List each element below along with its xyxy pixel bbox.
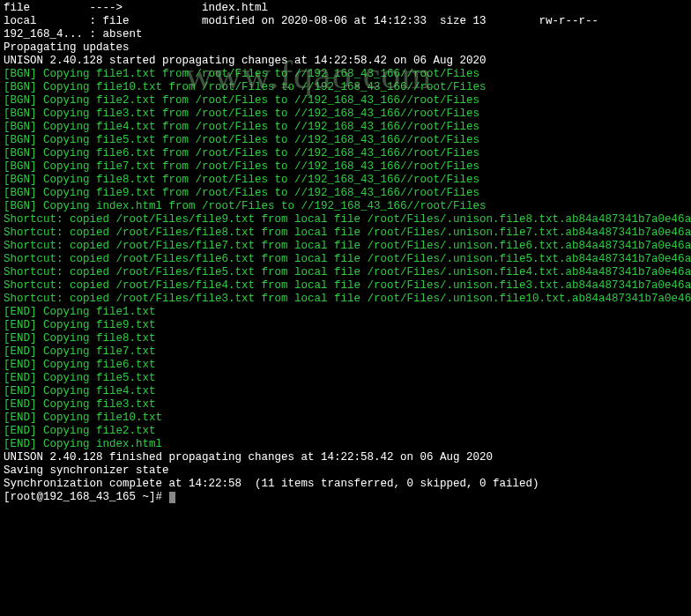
- shell-prompt: [root@192_168_43_165 ~]#: [4, 491, 169, 503]
- bgn-line: [BGN] Copying file4.txt from /root/Files…: [4, 121, 687, 134]
- bgn-line: [BGN] Copying index.html from /root/File…: [4, 200, 687, 213]
- header-line: 192_168_4... : absent: [4, 28, 687, 41]
- cursor-icon: [169, 492, 175, 503]
- header-line: Propagating updates: [4, 41, 687, 55]
- header-line: local : file modified on 2020-08-06 at 1…: [4, 15, 687, 28]
- shortcut-line: Shortcut: copied /root/Files/file6.txt f…: [4, 253, 687, 266]
- end-line: [END] Copying file5.txt: [4, 372, 687, 385]
- header-line: file ----> index.html: [4, 2, 687, 15]
- end-line: [END] Copying file3.txt: [4, 398, 687, 412]
- end-line: [END] Copying file1.txt: [4, 306, 687, 319]
- bgn-line: [BGN] Copying file8.txt from /root/Files…: [4, 174, 687, 187]
- bgn-line: [BGN] Copying file9.txt from /root/Files…: [4, 187, 687, 200]
- end-line: [END] Copying file4.txt: [4, 385, 687, 398]
- shortcut-line: Shortcut: copied /root/Files/file3.txt f…: [4, 293, 687, 306]
- end-line: [END] Copying file7.txt: [4, 345, 687, 359]
- footer-line: UNISON 2.40.128 finished propagating cha…: [4, 451, 687, 464]
- shortcut-line: Shortcut: copied /root/Files/file5.txt f…: [4, 266, 687, 279]
- header-line: UNISON 2.40.128 started propagating chan…: [4, 55, 687, 68]
- end-line: [END] Copying file2.txt: [4, 425, 687, 438]
- end-line: [END] Copying index.html: [4, 438, 687, 451]
- shortcut-line: Shortcut: copied /root/Files/file8.txt f…: [4, 226, 687, 240]
- bgn-line: [BGN] Copying file6.txt from /root/Files…: [4, 147, 687, 160]
- end-line: [END] Copying file9.txt: [4, 319, 687, 332]
- end-line: [END] Copying file6.txt: [4, 359, 687, 372]
- bgn-line: [BGN] Copying file7.txt from /root/Files…: [4, 160, 687, 174]
- bgn-line: [BGN] Copying file2.txt from /root/Files…: [4, 94, 687, 108]
- terminal-output: file ----> index.html local : file modif…: [4, 2, 687, 504]
- bgn-line: [BGN] Copying file5.txt from /root/Files…: [4, 134, 687, 147]
- footer-line: Saving synchronizer state: [4, 464, 687, 478]
- shortcut-line: Shortcut: copied /root/Files/file4.txt f…: [4, 279, 687, 293]
- end-line: [END] Copying file10.txt: [4, 412, 687, 425]
- bgn-line: [BGN] Copying file1.txt from /root/Files…: [4, 68, 687, 81]
- end-line: [END] Copying file8.txt: [4, 332, 687, 345]
- shortcut-line: Shortcut: copied /root/Files/file7.txt f…: [4, 240, 687, 253]
- footer-line: Synchronization complete at 14:22:58 (11…: [4, 478, 687, 491]
- bgn-line: [BGN] Copying file10.txt from /root/File…: [4, 81, 687, 94]
- shell-prompt-line[interactable]: [root@192_168_43_165 ~]#: [4, 491, 687, 504]
- shortcut-line: Shortcut: copied /root/Files/file9.txt f…: [4, 213, 687, 226]
- bgn-line: [BGN] Copying file3.txt from /root/Files…: [4, 108, 687, 121]
